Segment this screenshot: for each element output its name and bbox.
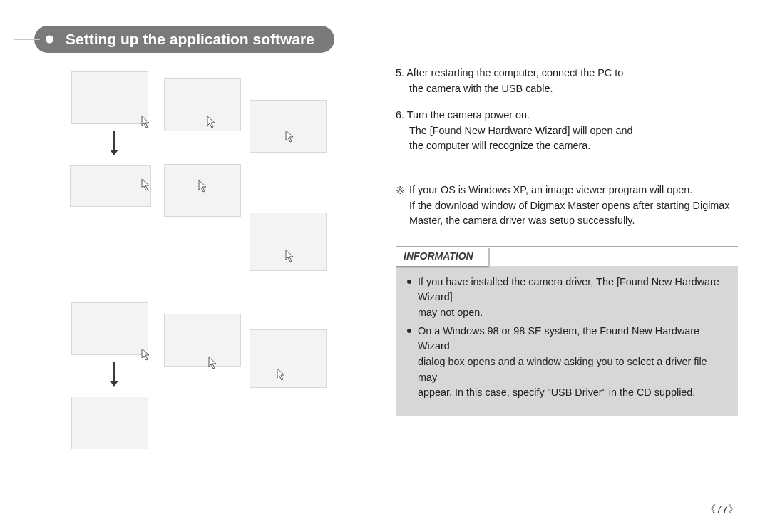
note-block: ※ If your OS is Windows XP, an image vie… [396,183,738,229]
note-text: If your OS is Windows XP, an image viewe… [409,183,738,229]
information-tab-label: INFORMATION [396,247,488,267]
arrow-down-icon [110,362,118,387]
bullet-dot-icon [407,329,411,333]
header-dot [46,36,53,44]
note-line: Master, the camera driver was setup succ… [409,213,738,229]
screenshot-placeholder [70,165,151,207]
cursor-icon [198,180,208,193]
page-number: 《77》 [705,503,739,516]
note-symbol-icon: ※ [396,183,405,229]
cursor-icon [285,250,295,262]
step-5: 5. After restarting the computer, connec… [396,66,738,96]
header-tail-line [14,39,40,40]
note-line: If the download window of Digmax Master … [409,198,738,214]
information-box: INFORMATION If you have installed the ca… [396,246,738,416]
left-illustration-column [71,71,356,442]
cursor-icon [141,178,151,191]
info-bullet: On a Windows 98 or 98 SE system, the Fou… [407,324,727,401]
screenshot-placeholder [71,397,148,449]
info-line: If you have installed the camera driver,… [418,276,719,303]
screenshot-placeholder [250,329,327,388]
screenshot-placeholder [250,100,327,153]
screenshot-placeholder [164,314,241,367]
bullet-dot-icon [407,280,411,284]
info-line: appear. In this case, specify "USB Drive… [418,387,695,398]
cursor-icon [207,116,217,128]
info-line: dialog box opens and a window asking you… [418,356,707,383]
step-6: 6. Turn the camera power on. The [Found … [396,108,738,154]
step-text-line: the camera with the USB cable. [409,81,738,97]
info-bullet: If you have installed the camera driver,… [407,275,727,321]
page: Setting up the application software [0,0,770,532]
cursor-icon [141,116,151,128]
page-title: Setting up the application software [66,31,314,48]
step-text-line: 5. After restarting the computer, connec… [396,66,738,81]
section-header: Setting up the application software [34,26,334,53]
cursor-icon [208,357,218,369]
step-text-line: The [Found New Hardware Wizard] will ope… [409,123,738,139]
right-text-column: 5. After restarting the computer, connec… [396,66,738,416]
step-text-line: the computer will recognize the camera. [409,138,738,154]
arrow-down-icon [110,131,118,155]
info-line: may not open. [418,307,483,318]
cursor-icon [277,368,287,381]
screenshot-placeholder [164,78,241,131]
info-line: On a Windows 98 or 98 SE system, the Fou… [418,325,699,352]
note-line: If your OS is Windows XP, an image viewe… [409,183,738,198]
screenshot-placeholder [71,71,148,124]
step-text-line: 6. Turn the camera power on. [396,108,738,123]
cursor-icon [285,130,295,143]
information-body: If you have installed the camera driver,… [396,266,738,416]
cursor-icon [141,348,151,361]
screenshot-placeholder [71,302,148,355]
